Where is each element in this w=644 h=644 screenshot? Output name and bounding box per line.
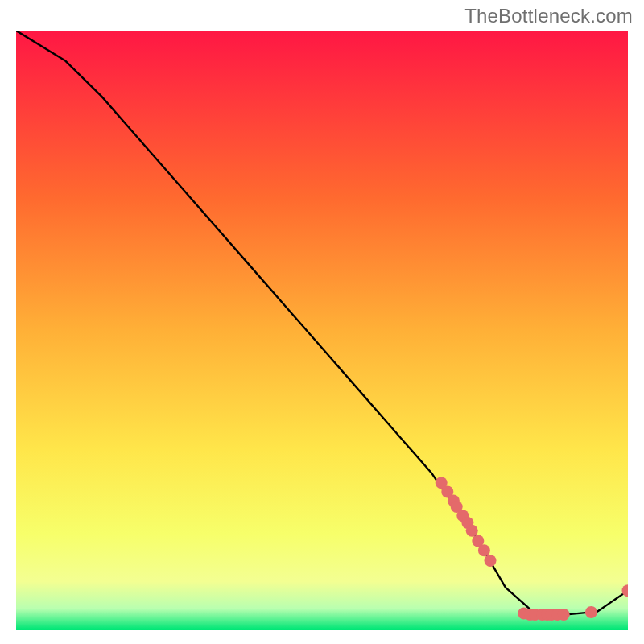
chart-svg: [16, 31, 628, 630]
data-marker: [585, 606, 597, 618]
data-marker: [466, 525, 478, 537]
data-marker: [485, 555, 497, 567]
data-marker: [478, 544, 490, 556]
chart-stage: TheBottleneck.com: [0, 0, 644, 644]
watermark-text: TheBottleneck.com: [464, 5, 633, 27]
gradient-background: [16, 31, 628, 630]
chart-plot-area: [16, 31, 628, 630]
data-marker: [558, 609, 570, 621]
